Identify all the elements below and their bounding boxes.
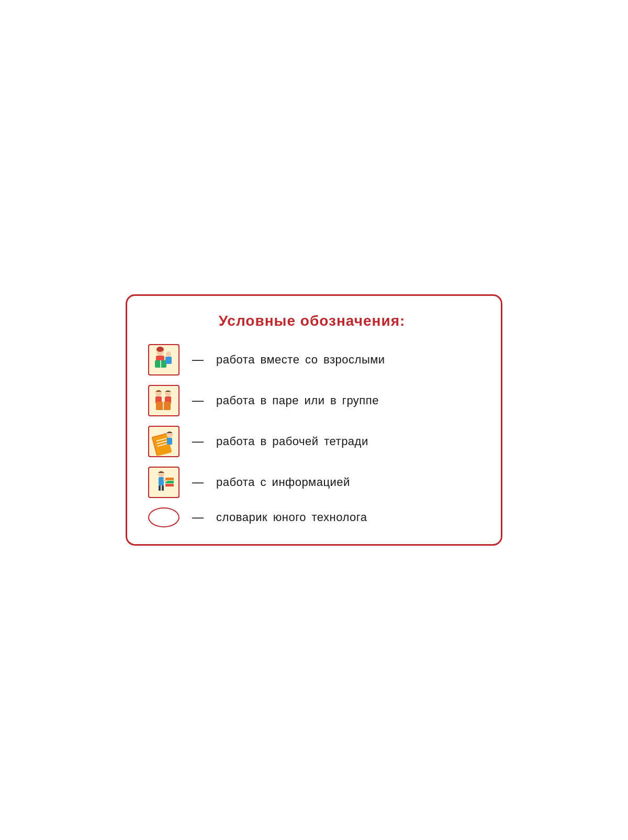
- dict-oval-icon: [148, 507, 180, 527]
- adults-icon: [148, 344, 180, 375]
- pair-text: работа в паре или в группе: [216, 394, 379, 407]
- notebook-icon: [148, 426, 180, 457]
- svg-rect-22: [167, 438, 172, 445]
- legend-item-notebook: — работа в рабочей тетради: [148, 426, 476, 457]
- svg-point-2: [156, 347, 164, 352]
- svg-point-6: [166, 351, 171, 357]
- svg-rect-27: [162, 485, 164, 491]
- svg-rect-25: [159, 477, 164, 485]
- svg-rect-8: [150, 386, 178, 415]
- dict-text: словарик юного технолога: [216, 511, 367, 524]
- legend-items-list: — работа вместе со взрослыми: [148, 344, 476, 527]
- notebook-text: работа в рабочей тетради: [216, 435, 368, 448]
- svg-rect-26: [159, 485, 161, 491]
- pair-icon: [148, 385, 180, 416]
- dash-2: —: [192, 394, 204, 407]
- legend-item-dict: — словарик юного технолога: [148, 507, 476, 527]
- legend-item-info: — работа с информацией: [148, 467, 476, 498]
- svg-rect-30: [165, 478, 174, 480]
- dash-4: —: [192, 476, 204, 489]
- dash-3: —: [192, 435, 204, 448]
- dash-5: —: [192, 511, 204, 524]
- dash-1: —: [192, 353, 204, 367]
- pair-svg: [150, 386, 178, 415]
- legend-item-pair: — работа в паре или в группе: [148, 385, 476, 416]
- legend-title: Условные обозначения:: [148, 313, 476, 329]
- svg-rect-28: [165, 484, 174, 487]
- legend-container: Условные обозначения:: [126, 294, 502, 546]
- adults-text: работа вместе со взрослыми: [216, 353, 385, 367]
- info-icon: [148, 467, 180, 498]
- adults-svg: [150, 346, 178, 374]
- info-svg: [150, 468, 178, 496]
- notebook-svg: [150, 427, 178, 456]
- legend-item-adults: — работа вместе со взрослыми: [148, 344, 476, 375]
- info-text: работа с информацией: [216, 476, 350, 489]
- svg-rect-7: [165, 357, 172, 364]
